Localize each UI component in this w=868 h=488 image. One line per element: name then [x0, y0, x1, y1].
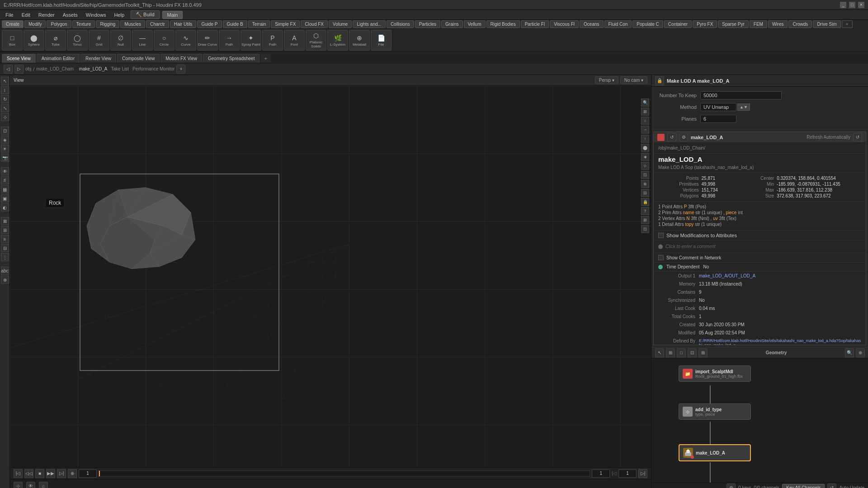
point-attr-name[interactable]: P [684, 204, 687, 209]
tab-renderview[interactable]: Render View [80, 54, 116, 63]
tool-lsystem[interactable]: 🌿L-System [327, 30, 348, 51]
node-path-label[interactable]: make_LOD_A [79, 66, 108, 71]
menu-edit[interactable]: Edit [18, 11, 34, 19]
shelf-tab-guidep[interactable]: Guide P [197, 20, 222, 28]
vp-btn-12[interactable]: 🔒 [641, 198, 649, 206]
translate-tool-btn[interactable]: ↕ [1, 86, 9, 94]
shelf-tab-terrain[interactable]: Terrain [248, 20, 270, 28]
camera-btn[interactable]: 📷 [1, 154, 9, 162]
vp-btn-14[interactable]: ⊞ [641, 216, 649, 224]
vp-btn-15[interactable]: ⊡ [641, 225, 649, 233]
show-mods-checkbox[interactable] [658, 233, 664, 238]
timeline-track[interactable] [99, 470, 590, 477]
main-button[interactable]: Main [162, 11, 183, 19]
forward-button[interactable]: ▷ [14, 65, 24, 74]
l6[interactable]: abc [1, 267, 9, 275]
shaded-btn[interactable]: ◐ [1, 203, 9, 211]
light-btn[interactable]: ☀ [1, 145, 9, 153]
prim-attr-name2[interactable]: piece [726, 210, 737, 215]
rotate-tool-btn[interactable]: ↻ [1, 95, 9, 103]
node-graph[interactable]: ↖ ⊞ □ ⊡ ⊞ Geometry 🔍 ⊕ [651, 347, 868, 483]
vertex-attr-name2[interactable]: uv [713, 216, 718, 221]
vp-btn-7[interactable]: ◈ [641, 153, 649, 161]
node-make-lod-a[interactable]: make_LOD_A [679, 444, 751, 461]
tool-circle[interactable]: ○Circle [154, 30, 175, 51]
ng-btn2[interactable]: ⊞ [666, 348, 675, 357]
shelf-tab-lights[interactable]: Lights and... [353, 20, 385, 28]
shelf-tab-oceans[interactable]: Oceans [580, 20, 603, 28]
vp-btn-9[interactable]: ⊡ [641, 171, 649, 179]
shelf-tab-drivesim[interactable]: Drive Sim [813, 20, 840, 28]
select-tool-btn[interactable]: ↖ [1, 77, 9, 85]
persp-button[interactable]: Persp ▾ [595, 76, 618, 84]
shelf-tab-viscousfl[interactable]: Viscous Fl [550, 20, 579, 28]
definedby-value[interactable]: E:/RRR/Hotf/com.klab.hotf/HoudiniSite/ot… [699, 338, 861, 345]
shelf-tab-wires[interactable]: Wires [768, 20, 788, 28]
stop-btn[interactable]: ■ [35, 469, 44, 478]
loop-btn[interactable]: ▷| [638, 469, 647, 478]
tool-box[interactable]: □Box [2, 30, 23, 51]
tool-tube[interactable]: ⌀Tube [45, 30, 66, 51]
vp-btn-3[interactable]: ○ [641, 117, 649, 125]
key-all-channels-btn[interactable]: Key AlI Channels [782, 484, 825, 488]
vp-btn-8[interactable]: ⊹ [641, 162, 649, 170]
add-panel-button[interactable]: + [176, 65, 185, 74]
l2[interactable]: ⊞ [1, 226, 9, 234]
menu-render[interactable]: Render [35, 11, 58, 19]
tool-spraypaint[interactable]: ✦Spray Paint [241, 30, 261, 51]
grid-vis-btn[interactable]: # [1, 176, 9, 184]
ng-btn5[interactable]: ⊞ [698, 348, 708, 357]
shelf-tab-muscles[interactable]: Muscles [120, 20, 145, 28]
number-to-keep-input[interactable] [700, 91, 782, 99]
auto-update-btn[interactable]: ↺ [827, 483, 836, 488]
vp-btn-1[interactable]: 🔍 [641, 99, 649, 107]
method-dropdown[interactable]: UV Unwrap ▲▼ [700, 103, 750, 111]
tab-add[interactable]: + [260, 54, 270, 63]
shelf-tab-cloudfx[interactable]: Cloud FX [301, 20, 328, 28]
shelf-tab-texture[interactable]: Texture [72, 20, 95, 28]
shelf-tab-populatec[interactable]: Populate C [632, 20, 663, 28]
shelf-tab-rigidbodies[interactable]: Rigid Bodies [486, 20, 520, 28]
ng-btn1[interactable]: ↖ [655, 348, 664, 357]
tab-animeditor[interactable]: Animation Editor [37, 54, 80, 63]
vp-btn-13[interactable]: ? [641, 207, 649, 215]
show-comment-checkbox[interactable] [658, 255, 664, 260]
ng-btn3[interactable]: □ [677, 348, 686, 357]
shelf-tab-crowds[interactable]: Crowds [788, 20, 812, 28]
play-back-btn[interactable]: ◁◁ [24, 469, 33, 478]
vis-btn[interactable]: 👁 [26, 482, 35, 488]
build-button[interactable]: 🔨 Build [131, 10, 160, 19]
take-list[interactable]: Take List [111, 66, 129, 71]
tool-curve[interactable]: ∿Curve [175, 30, 196, 51]
shelf-tab-simplefx[interactable]: Simple FX [271, 20, 300, 28]
ng-zoom-btn[interactable]: ⊕ [856, 348, 865, 357]
tool-grid[interactable]: #Grid [89, 30, 109, 51]
shelf-tab-particles[interactable]: Particles [415, 20, 440, 28]
tool-sphere[interactable]: ⬤Sphere [24, 30, 44, 51]
refresh-auto-btn[interactable]: ↺ [853, 133, 862, 142]
shelf-tab-vellum[interactable]: Vellum [464, 20, 486, 28]
render-btn[interactable]: ◈ [1, 136, 9, 144]
close-button[interactable]: × [858, 2, 864, 8]
tool-torus[interactable]: ◯Torus [67, 30, 88, 51]
node-add-id-type[interactable]: ⊹ add_id_type type, piece [679, 404, 751, 420]
wire-btn[interactable]: ▦ [1, 185, 9, 193]
snap-btn[interactable]: ⊡ [1, 127, 9, 135]
prim-attr-name1[interactable]: name [683, 210, 694, 215]
snap-mode-btn[interactable]: ⊹ [14, 482, 23, 488]
shelf-tab-container[interactable]: Container [664, 20, 692, 28]
ng-btn4[interactable]: ⊡ [688, 348, 697, 357]
tool-font[interactable]: AFont [284, 30, 305, 51]
node-import-scalptmdl[interactable]: 📁 import_ScalptMdl Rock_ground_01_high.f… [679, 366, 751, 382]
tool-platonic[interactable]: ⬡Platonic Solids [306, 30, 326, 51]
tool-null[interactable]: ∅Null [110, 30, 131, 51]
key-ch-settings-btn[interactable]: ⚙ [726, 483, 736, 488]
tab-sceneview[interactable]: Scene View [2, 54, 36, 63]
vp-btn-5[interactable]: ↑ [641, 135, 649, 143]
menu-assets[interactable]: Assets [59, 11, 81, 19]
menu-windows[interactable]: Windows [82, 11, 110, 19]
l3[interactable]: ≡ [1, 235, 9, 243]
vp-btn-11[interactable]: ⊟ [641, 189, 649, 197]
viewport-canvas[interactable]: Rock 🔍 ⊞ ○ → ↑ ⬤ ◈ ⊹ ⊡ ⊕ ⊟ 🔒 ? ⊞ ⊡ [10, 86, 651, 488]
lock-btn[interactable]: 🔒 [655, 76, 664, 85]
